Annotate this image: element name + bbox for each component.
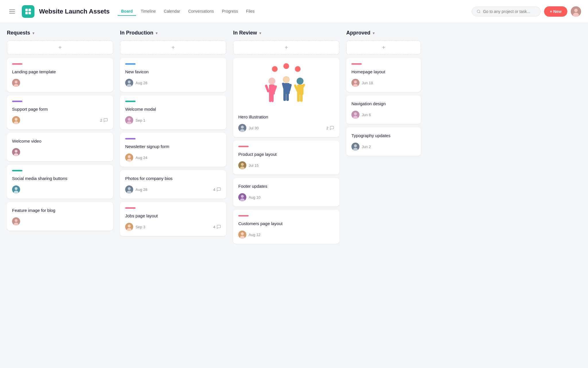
app-logo-icon xyxy=(24,8,32,15)
tab-timeline[interactable]: Timeline xyxy=(137,7,159,16)
card-meta: Aug 28 xyxy=(125,185,147,193)
avatar xyxy=(238,231,246,239)
card-meta: Jun 6 xyxy=(351,111,371,119)
card-footer xyxy=(12,79,108,87)
svg-rect-43 xyxy=(269,93,271,102)
card-date: Sep 3 xyxy=(136,225,145,229)
add-card-in-production[interactable]: + xyxy=(120,41,226,55)
card-meta: Aug 12 xyxy=(238,231,260,239)
card-customers-page-layout[interactable]: Customers page layout Aug 12 xyxy=(233,210,339,244)
card-illustration xyxy=(238,63,334,110)
svg-point-40 xyxy=(295,66,301,72)
svg-point-69 xyxy=(241,232,244,235)
card-footer xyxy=(12,185,108,193)
svg-rect-50 xyxy=(286,93,289,101)
card-meta: Aug 10 xyxy=(238,193,260,201)
avatar xyxy=(125,154,133,162)
avatar xyxy=(12,148,20,156)
card-jobs-page-layout[interactable]: Jobs page layout Sep 3 4 xyxy=(120,202,226,236)
card-title: Customers page layout xyxy=(238,221,334,227)
tab-board[interactable]: Board xyxy=(118,7,136,16)
card-title: Footer updates xyxy=(238,183,334,189)
card-navigation-design[interactable]: Navigation design Jun 6 xyxy=(346,95,421,124)
card-title: Product page layout xyxy=(238,151,334,157)
card-title: Social media sharing buttons xyxy=(12,175,108,181)
card-title: Welcome modal xyxy=(125,106,221,112)
card-title: Support page form xyxy=(12,106,108,112)
avatar xyxy=(351,111,359,119)
svg-point-27 xyxy=(128,118,131,121)
card-bar xyxy=(125,138,136,139)
svg-rect-56 xyxy=(300,94,303,102)
tab-progress[interactable]: Progress xyxy=(218,7,241,16)
tab-calendar[interactable]: Calendar xyxy=(160,7,184,16)
card-date: Aug 10 xyxy=(249,195,260,200)
card-title: Hero illustration xyxy=(238,114,334,120)
card-date: Jul 30 xyxy=(249,126,259,130)
svg-point-47 xyxy=(283,76,290,83)
tab-conversations[interactable]: Conversations xyxy=(185,7,217,16)
avatar xyxy=(12,217,20,225)
card-product-page-layout[interactable]: Product page layout Jul 15 xyxy=(233,141,339,175)
card-title: Photos for company bios xyxy=(125,175,221,181)
hamburger-menu[interactable] xyxy=(7,7,17,16)
card-title: Navigation design xyxy=(351,101,416,107)
avatar xyxy=(125,223,133,231)
svg-point-6 xyxy=(574,9,578,12)
svg-point-39 xyxy=(283,63,289,69)
card-footer-updates[interactable]: Footer updates Aug 10 xyxy=(233,178,339,206)
add-card-in-review[interactable]: + xyxy=(233,41,339,55)
card-title: Welcome video xyxy=(12,138,108,144)
avatar xyxy=(12,116,20,124)
tab-files[interactable]: Files xyxy=(243,7,258,16)
card-meta: Sep 3 xyxy=(125,223,145,231)
card-footer: Aug 28 4 xyxy=(125,185,221,193)
search-input[interactable] xyxy=(483,9,536,14)
search-bar[interactable] xyxy=(472,7,541,16)
card-new-favicon[interactable]: New favicon Aug 28 xyxy=(120,58,226,92)
add-card-approved[interactable]: + xyxy=(346,41,421,55)
svg-point-36 xyxy=(128,225,131,227)
column-approved: Approved ▾ + Homepage layout Jun 18 Na xyxy=(346,30,421,247)
card-newsletter-signup[interactable]: Newsletter signup form Aug 24 xyxy=(120,133,226,167)
card-date: Aug 12 xyxy=(249,233,260,237)
card-support-page-form[interactable]: Support page form 2 xyxy=(7,95,113,129)
card-title: Homepage layout xyxy=(351,69,416,75)
new-button[interactable]: + New xyxy=(544,6,567,17)
card-date: Jun 2 xyxy=(362,145,371,149)
card-social-media-buttons[interactable]: Social media sharing buttons xyxy=(7,165,113,199)
card-hero-illustration[interactable]: Hero illustration Jul 30 2 xyxy=(233,58,339,137)
card-footer: Sep 1 xyxy=(125,116,221,124)
avatar xyxy=(125,185,133,193)
user-avatar[interactable] xyxy=(571,6,581,17)
svg-point-18 xyxy=(15,187,18,190)
card-welcome-video[interactable]: Welcome video xyxy=(7,133,113,161)
card-footer: Jun 6 xyxy=(351,111,416,119)
svg-point-41 xyxy=(268,78,275,85)
comment-icon xyxy=(216,187,221,192)
svg-point-60 xyxy=(241,126,244,129)
card-title: Typography updates xyxy=(351,133,416,139)
column-in-review: In Review ▾ + xyxy=(233,30,339,247)
comment-number: 4 xyxy=(213,225,215,229)
card-homepage-layout[interactable]: Homepage layout Jun 18 xyxy=(346,58,421,92)
card-bar xyxy=(238,146,249,147)
card-feature-image-blog[interactable]: Feature image for blog xyxy=(7,202,113,231)
card-title: Newsletter signup form xyxy=(125,143,221,150)
card-welcome-modal[interactable]: Welcome modal Sep 1 xyxy=(120,95,226,129)
svg-point-66 xyxy=(241,195,244,198)
avatar xyxy=(12,79,20,87)
card-footer: Aug 24 xyxy=(125,154,221,162)
add-card-requests[interactable]: + xyxy=(7,41,113,55)
card-typography-updates[interactable]: Typography updates Jun 2 xyxy=(346,127,421,156)
column-in-production: In Production ▾ + New favicon Aug 28 xyxy=(120,30,226,247)
card-bar xyxy=(12,101,22,102)
card-meta: Jul 15 xyxy=(238,161,259,169)
svg-rect-2 xyxy=(25,12,28,14)
card-photos-company-bios[interactable]: Photos for company bios Aug 28 4 xyxy=(120,170,226,199)
card-title: New favicon xyxy=(125,69,221,75)
chevron-down-icon: ▾ xyxy=(259,31,261,35)
card-footer: Aug 12 xyxy=(238,231,334,239)
card-landing-page-template[interactable]: Landing page template xyxy=(7,58,113,92)
card-date: Jun 6 xyxy=(362,113,371,117)
